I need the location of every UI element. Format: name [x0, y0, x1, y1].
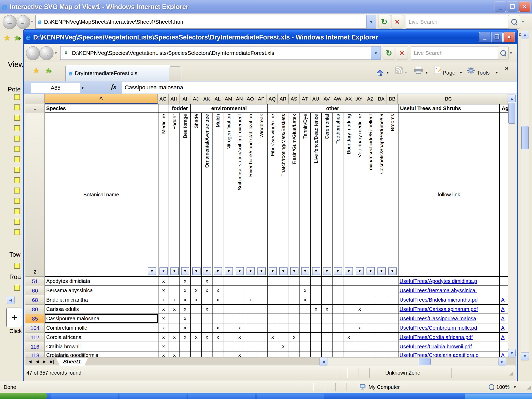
taskbar-task-button[interactable]: [188, 394, 255, 399]
mark-cell-80-AH[interactable]: x: [169, 305, 179, 314]
mark-cell-116-AL[interactable]: [212, 342, 223, 351]
mark-cell-51-AR[interactable]: [278, 277, 289, 286]
mark-cell-68-AX[interactable]: [343, 295, 354, 305]
inner-refresh-icon[interactable]: ↻: [383, 46, 395, 60]
mark-cell-60-AK[interactable]: x: [201, 286, 212, 295]
sheet-vertical-scrollbar[interactable]: [508, 94, 516, 358]
page-icon[interactable]: [434, 66, 441, 74]
column-header-BB[interactable]: BB: [387, 94, 398, 104]
mark-cell-68-AZ[interactable]: [365, 295, 376, 305]
hscroll-right-icon[interactable]: ▶: [498, 358, 506, 365]
column-header-AS[interactable]: AS: [289, 94, 300, 104]
start-button[interactable]: [0, 393, 47, 399]
mark-cell-80-AG[interactable]: x: [158, 305, 169, 314]
mark-cell-51-AW[interactable]: [332, 277, 343, 286]
filter-dropdown-icon[interactable]: ▼: [170, 267, 179, 275]
layer-checkbox[interactable]: [14, 208, 20, 214]
filter-dropdown-icon[interactable]: ▼: [312, 267, 320, 275]
outer-search-options-icon[interactable]: ▼: [521, 19, 525, 24]
extra-link-118[interactable]: A: [499, 351, 508, 357]
mark-cell-85-AX[interactable]: [343, 314, 354, 323]
mark-cell-60-AN[interactable]: [234, 286, 245, 295]
mark-cell-68-AM[interactable]: [223, 295, 234, 305]
mark-cell-80-AN[interactable]: [234, 305, 245, 314]
outer-search-icon[interactable]: [508, 15, 520, 29]
mark-cell-112-AM[interactable]: [223, 333, 234, 342]
outer-minimize-button[interactable]: _: [495, 2, 506, 12]
mark-cell-85-AK[interactable]: [201, 314, 212, 323]
mark-cell-60-AH[interactable]: [169, 286, 179, 295]
mark-cell-118-AR[interactable]: [278, 351, 289, 357]
mark-cell-116-AQ[interactable]: [267, 342, 278, 351]
mark-cell-80-AS[interactable]: [289, 305, 300, 314]
mark-cell-104-AX[interactable]: [343, 323, 354, 333]
sheet-tab-sheet1[interactable]: Sheet1: [56, 358, 88, 366]
mark-cell-85-AZ[interactable]: [365, 314, 376, 323]
mark-cell-80-AM[interactable]: [223, 305, 234, 314]
filter-dropdown-icon[interactable]: ▼: [225, 267, 233, 275]
mark-cell-60-BB[interactable]: [387, 286, 398, 295]
layer-checkbox[interactable]: [14, 263, 20, 269]
mark-cell-60-AQ[interactable]: [267, 286, 278, 295]
outer-scrollbar-thumb[interactable]: [521, 126, 529, 149]
column-header-AX[interactable]: AX: [343, 94, 354, 104]
filter-dropdown-icon[interactable]: ▼: [279, 267, 288, 275]
mark-cell-118-AG[interactable]: x: [158, 351, 169, 357]
layer-checkbox[interactable]: [14, 104, 20, 110]
mark-cell-51-AQ[interactable]: [267, 277, 278, 286]
layer-checkbox[interactable]: [14, 136, 20, 142]
mark-cell-112-AW[interactable]: [332, 333, 343, 342]
prev-sheet-icon[interactable]: ◀: [36, 359, 39, 364]
column-header-AK[interactable]: AK: [201, 94, 212, 104]
column-header-AP[interactable]: AP: [256, 94, 267, 104]
mark-cell-51-AN[interactable]: [234, 277, 245, 286]
favorites-star-icon[interactable]: ★: [4, 33, 11, 42]
row-header-80[interactable]: 80: [25, 305, 45, 314]
zoom-indicator[interactable]: 100% ▼: [489, 384, 517, 390]
species-name-104[interactable]: Combretum molle: [45, 323, 158, 333]
species-name-80[interactable]: Carissa edulis: [45, 305, 158, 314]
page-menu[interactable]: Page: [443, 66, 455, 79]
mark-cell-112-AY[interactable]: [354, 333, 365, 342]
add-favorite-star-icon[interactable]: ★+: [45, 66, 52, 75]
layer-checkbox[interactable]: [14, 156, 20, 162]
mark-cell-104-AR[interactable]: [278, 323, 289, 333]
mark-cell-51-AP[interactable]: [256, 277, 267, 286]
taskbar-task-button[interactable]: [51, 394, 118, 399]
mark-cell-116-AO[interactable]: [245, 342, 256, 351]
mark-cell-51-AT[interactable]: [300, 277, 310, 286]
mark-cell-104-AP[interactable]: [256, 323, 267, 333]
species-name-68[interactable]: Bridelia micrantha: [45, 295, 158, 305]
filter-dropdown-icon[interactable]: ▼: [367, 267, 375, 275]
inner-stop-icon[interactable]: ×: [396, 46, 408, 60]
inner-address-dropdown-icon[interactable]: ▼: [371, 46, 381, 60]
species-name-85[interactable]: Cassipourea malosana: [45, 314, 158, 323]
mark-cell-80-AV[interactable]: x: [321, 305, 332, 314]
column-header-AH[interactable]: AH: [169, 94, 179, 104]
mark-cell-85-AV[interactable]: [321, 314, 332, 323]
mark-cell-85-AW[interactable]: [332, 314, 343, 323]
row-header-68[interactable]: 68: [25, 295, 45, 305]
mark-cell-112-AG[interactable]: x: [158, 333, 169, 342]
mark-cell-80-AY[interactable]: x: [354, 305, 365, 314]
resize-grip-icon[interactable]: ◢: [527, 384, 531, 390]
mark-cell-112-AK[interactable]: x: [201, 333, 212, 342]
filter-dropdown-icon[interactable]: ▼: [345, 267, 353, 275]
usefultrees-link-112[interactable]: UsefulTrees/Cordia africana.pdf: [398, 333, 499, 342]
mark-cell-60-AW[interactable]: [332, 286, 343, 295]
mark-cell-112-AO[interactable]: [245, 333, 256, 342]
mark-cell-51-AO[interactable]: [245, 277, 256, 286]
mark-cell-60-AZ[interactable]: [365, 286, 376, 295]
mark-cell-116-AN[interactable]: [234, 342, 245, 351]
mark-cell-80-AP[interactable]: [256, 305, 267, 314]
filter-dropdown-icon[interactable]: ▼: [257, 267, 266, 275]
column-header-BA[interactable]: BA: [376, 94, 387, 104]
taskbar-task-button[interactable]: [119, 394, 187, 399]
species-name-116[interactable]: Craibia brownii: [45, 342, 158, 351]
mark-cell-60-AP[interactable]: [256, 286, 267, 295]
mark-cell-112-AR[interactable]: [278, 333, 289, 342]
column-header-BC[interactable]: BC: [398, 94, 499, 104]
layer-checkbox[interactable]: [14, 188, 20, 194]
mark-cell-116-AT[interactable]: [300, 342, 310, 351]
mark-cell-68-AS[interactable]: [289, 295, 300, 305]
